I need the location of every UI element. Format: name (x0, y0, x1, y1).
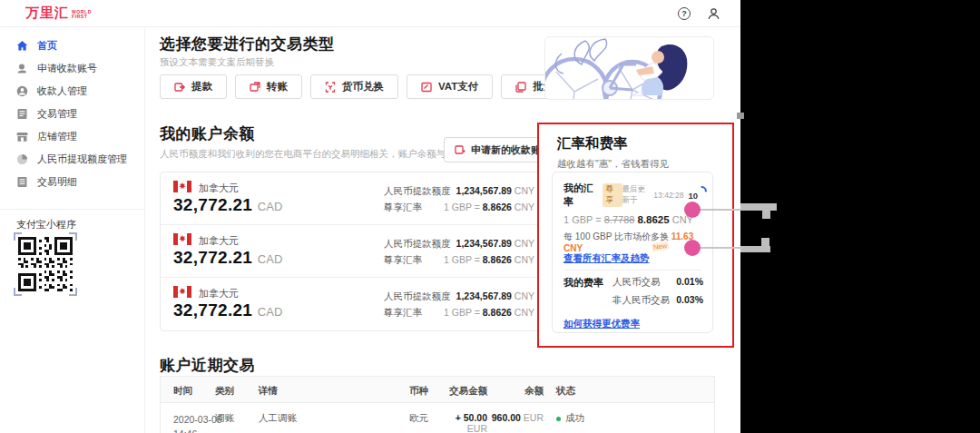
tx-amount: + 50.00 EUR (433, 412, 487, 433)
sidebar-item-details[interactable]: 交易明细 (0, 171, 144, 193)
action-buttons: 提款 转账 货币兑换 VAT支付 批量付款 (160, 74, 589, 99)
fee-label: 我的费率 (564, 276, 612, 290)
tx-category: 调账 (215, 412, 262, 425)
vip-badge: 尊享 (603, 183, 622, 207)
callout-dot (684, 202, 701, 218)
panel-subtitle: 越收越有"惠"，省钱看得见 (557, 158, 669, 171)
callout-line (700, 247, 741, 249)
canada-flag-icon (173, 286, 191, 298)
sidebar: 首页 申请收款账号 收款人管理 交易管理 店铺管理 人民币提现额度管理 (0, 28, 145, 433)
balance-card: 加拿大元 32,772.21 CAD 人民币提款额度 尊享汇率 1,234,56… (161, 278, 558, 330)
callout-line (700, 209, 741, 211)
annotation-mark (737, 113, 744, 119)
view-rates-link[interactable]: 查看所有汇率及趋势 (564, 252, 650, 263)
card-divider (564, 270, 701, 271)
card-values: 1,234,567.89 CNY 1 GBP = 8.8626 CNY (444, 288, 534, 320)
balance-amount: 32,772.21 CAD (173, 195, 282, 215)
page-subtitle: 预设文本需要文案后期替换 (160, 56, 274, 69)
my-rate-label: 我的汇率 (564, 182, 599, 209)
logo-subtext: WORLD FIRST (72, 8, 92, 19)
balance-card-list: 加拿大元 32,772.21 CAD 人民币提款额度 尊享汇率 1,234,56… (160, 172, 559, 331)
canada-flag-icon (173, 233, 191, 245)
tx-detail: 人工调账 (259, 412, 404, 425)
tx-balance: 960.00 EUR (489, 412, 544, 423)
logo-text: 万里汇 (25, 5, 69, 22)
better-fee-link[interactable]: 如何获得更优费率 (564, 318, 640, 329)
fee-row-noncny: 非人民币交易 0.03% (564, 294, 703, 307)
transactions-title: 账户近期交易 (160, 355, 255, 376)
table-header: 时间 类别 详情 币种 交易金额 余额 状态 (161, 377, 714, 403)
balance-section-title: 我的账户余额 (160, 123, 255, 144)
currency-name: 加拿大元 (199, 182, 239, 195)
sidebar-item-rmb-quota[interactable]: 人民币提现额度管理 (0, 148, 144, 171)
page-title: 选择您要进行的交易类型 (160, 34, 335, 54)
currency-exchange-button[interactable]: 货币兑换 (310, 74, 398, 99)
top-header: 万里汇 WORLD FIRST ? (0, 0, 740, 27)
card-labels: 人民币提款额度 尊享汇率 (384, 235, 451, 268)
currency-name: 加拿大元 (199, 287, 239, 300)
status-dot (556, 417, 561, 421)
card-labels: 人民币提款额度 尊享汇率 (384, 182, 451, 215)
sidebar-item-home[interactable]: 首页 (0, 34, 144, 57)
new-rate: 8.8625 (637, 214, 669, 225)
worldfirst-logo[interactable]: 万里汇 WORLD FIRST (25, 5, 92, 22)
annotation-bracket (761, 238, 769, 246)
tx-status: 成功 (556, 412, 620, 425)
callout-dot (684, 240, 701, 256)
fee-row-cny: 我的费率 人民币交易 0.01% (564, 276, 703, 290)
balance-amount: 32,772.21 CAD (173, 248, 282, 268)
app-window: 万里汇 WORLD FIRST ? 首页 申请收款账号 (0, 0, 740, 433)
user-icon[interactable] (706, 6, 720, 21)
vat-payment-button[interactable]: VAT支付 (407, 74, 493, 99)
rate-line: 1 GBP = 8.7788 8.8625 CNY (564, 214, 693, 225)
card-labels: 人民币提款额度 尊享汇率 (384, 288, 451, 320)
old-rate: 8.7788 (604, 214, 635, 225)
rate-fee-panel: 汇率和费率 越收越有"惠"，省钱看得见 我的汇率 尊享 最后更新于 13:42:… (537, 123, 734, 348)
bicycle-illustration (544, 36, 714, 100)
sidebar-item-shops[interactable]: 店铺管理 (0, 125, 144, 148)
countdown-timer: 10 (688, 191, 705, 201)
table-row: 2020-03-05 14:46 调账 人工调账 欧元 + 50.00 EUR … (161, 403, 714, 433)
transactions-table: 时间 类别 详情 币种 交易金额 余额 状态 2020-03-05 14:46 … (160, 376, 715, 433)
annotation-bracket (740, 203, 777, 211)
card-values: 1,234,567.89 CNY 1 GBP = 8.8626 CNY (444, 235, 534, 268)
qr-code (13, 231, 78, 297)
alipay-miniapp-label: 支付宝小程序 (16, 218, 76, 231)
annotation-bracket (762, 211, 770, 219)
annotation-bracket (740, 246, 770, 252)
balance-amount: 32,772.21 CAD (173, 300, 282, 320)
help-icon[interactable]: ? (677, 6, 691, 21)
sidebar-item-payees[interactable]: 收款人管理 (0, 80, 144, 103)
sidebar-divider (0, 209, 144, 210)
card-values: 1,234,567.89 CNY 1 GBP = 8.8626 CNY (444, 182, 534, 215)
panel-title: 汇率和费率 (557, 134, 628, 153)
sidebar-item-apply-account[interactable]: 申请收款账号 (0, 57, 144, 80)
withdraw-button[interactable]: 提款 (160, 74, 227, 99)
better-fee-link-row: 如何获得更优费率 (564, 314, 640, 330)
currency-name: 加拿大元 (199, 234, 239, 248)
balance-card: 加拿大元 32,772.21 CAD 人民币提款额度 尊享汇率 1,234,56… (161, 225, 558, 278)
view-rates-link-row: 查看所有汇率及趋势New (564, 249, 650, 265)
canada-flag-icon (173, 181, 191, 192)
transfer-button[interactable]: 转账 (235, 74, 302, 99)
balance-card: 加拿大元 32,772.21 CAD 人民币提款额度 尊享汇率 1,234,56… (161, 172, 558, 225)
sidebar-item-transactions[interactable]: 交易管理 (0, 103, 144, 125)
